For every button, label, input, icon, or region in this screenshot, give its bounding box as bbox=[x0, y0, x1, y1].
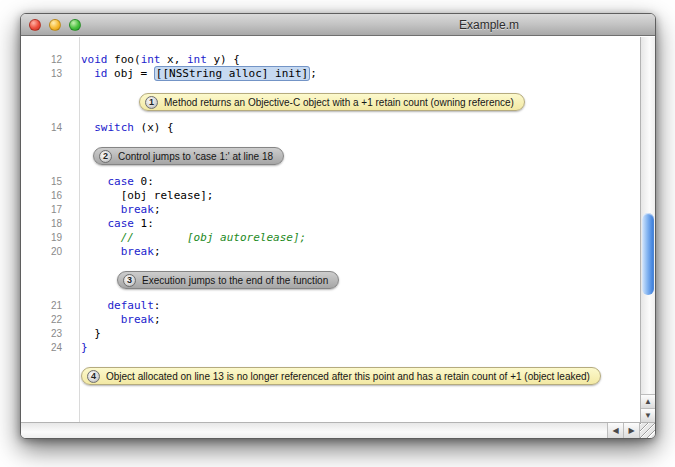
scroll-left-icon: ◀ bbox=[612, 426, 618, 435]
line-number-spacer bbox=[21, 147, 71, 165]
code-token: ; bbox=[154, 203, 161, 216]
line-number[interactable]: 21 bbox=[21, 299, 71, 313]
code-row[interactable]: 16 [obj release]; bbox=[21, 189, 640, 203]
line-number[interactable]: 12 bbox=[21, 53, 71, 67]
line-number[interactable]: 16 bbox=[21, 189, 71, 203]
code-token: break bbox=[121, 203, 154, 216]
resize-grip[interactable] bbox=[639, 423, 655, 438]
code-row[interactable]: 12void foo(int x, int y) { bbox=[21, 53, 640, 67]
line-number[interactable]: 15 bbox=[21, 175, 71, 189]
bubble-text: Method returns an Objective-C object wit… bbox=[164, 97, 514, 108]
code-token: : bbox=[154, 299, 161, 312]
code-token: id bbox=[94, 67, 107, 80]
code-token: case bbox=[108, 175, 135, 188]
code-token: } bbox=[81, 341, 88, 354]
horizontal-scrollbar-track[interactable] bbox=[21, 423, 607, 438]
code-line: // [obj autorelease]; bbox=[71, 231, 306, 245]
minimize-button[interactable] bbox=[49, 19, 61, 31]
vertical-scrollbar: ▲ ▼ bbox=[640, 37, 655, 422]
code-row[interactable]: 20 break; bbox=[21, 245, 640, 259]
bubble-text: Object allocated on line 13 is no longer… bbox=[106, 371, 590, 382]
code-row[interactable]: 24} bbox=[21, 341, 640, 355]
code-token: // [obj autorelease]; bbox=[121, 231, 306, 244]
vertical-scrollbar-track[interactable] bbox=[641, 37, 655, 394]
code-token: break bbox=[121, 245, 154, 258]
code-token: } bbox=[81, 327, 101, 340]
step-badge: 2 bbox=[99, 150, 112, 163]
code-line: void foo(int x, int y) { bbox=[71, 53, 240, 67]
code-token: ; bbox=[154, 313, 161, 326]
line-number[interactable]: 17 bbox=[21, 203, 71, 217]
code-token: x, bbox=[161, 53, 188, 66]
bubble-row: 1Method returns an Objective-C object wi… bbox=[21, 93, 640, 111]
code-editor[interactable]: 12void foo(int x, int y) {13 id obj = [[… bbox=[21, 37, 640, 422]
code-token: ; bbox=[154, 245, 161, 258]
analyzer-bubble[interactable]: 1Method returns an Objective-C object wi… bbox=[139, 93, 525, 111]
code-token: 0: bbox=[134, 175, 154, 188]
bubble-row: 4Object allocated on line 13 is no longe… bbox=[21, 367, 640, 385]
code-row[interactable]: 23 } bbox=[21, 327, 640, 341]
vertical-scrollbar-thumb[interactable] bbox=[642, 213, 654, 295]
bubble-row: 2Control jumps to 'case 1:' at line 18 bbox=[21, 147, 640, 165]
line-number[interactable]: 19 bbox=[21, 231, 71, 245]
code-token: break bbox=[121, 313, 154, 326]
line-number[interactable]: 18 bbox=[21, 217, 71, 231]
analyzer-bubble[interactable]: 4Object allocated on line 13 is no longe… bbox=[81, 367, 601, 385]
code-token: [[NSString alloc] init] bbox=[154, 66, 310, 81]
code-token bbox=[81, 313, 121, 326]
window-controls bbox=[29, 19, 81, 31]
step-badge: 4 bbox=[87, 370, 100, 383]
scroll-left-button[interactable]: ◀ bbox=[607, 423, 623, 438]
scroll-right-icon: ▶ bbox=[628, 426, 634, 435]
code-row[interactable]: 18 case 1: bbox=[21, 217, 640, 231]
code-row[interactable]: 19 // [obj autorelease]; bbox=[21, 231, 640, 245]
line-number-spacer bbox=[21, 367, 71, 385]
code-line: [obj release]; bbox=[71, 189, 213, 203]
code-row[interactable]: 15 case 0: bbox=[21, 175, 640, 189]
code-row[interactable]: 13 id obj = [[NSString alloc] init]; bbox=[21, 67, 640, 81]
line-number-spacer bbox=[21, 93, 71, 111]
code-token bbox=[81, 121, 94, 134]
code-token: switch bbox=[94, 121, 134, 134]
code-row[interactable]: 21 default: bbox=[21, 299, 640, 313]
analyzer-bubble[interactable]: 2Control jumps to 'case 1:' at line 18 bbox=[93, 147, 284, 165]
bubble-text: Execution jumps to the end of the functi… bbox=[142, 275, 328, 286]
window-content: 12void foo(int x, int y) {13 id obj = [[… bbox=[21, 37, 655, 422]
line-number[interactable]: 23 bbox=[21, 327, 71, 341]
code-token: y) { bbox=[207, 53, 240, 66]
code-line: case 1: bbox=[71, 217, 154, 231]
scroll-right-button[interactable]: ▶ bbox=[623, 423, 639, 438]
code-token bbox=[81, 203, 121, 216]
code-line: break; bbox=[71, 313, 161, 327]
code-row[interactable]: 22 break; bbox=[21, 313, 640, 327]
code-token bbox=[81, 175, 108, 188]
code-token: case bbox=[108, 217, 135, 230]
code-line: default: bbox=[71, 299, 160, 313]
zoom-button[interactable] bbox=[69, 19, 81, 31]
editor-rows: 12void foo(int x, int y) {13 id obj = [[… bbox=[21, 53, 640, 385]
close-button[interactable] bbox=[29, 19, 41, 31]
step-badge: 1 bbox=[145, 96, 158, 109]
code-token bbox=[81, 67, 94, 80]
scroll-up-button[interactable]: ▲ bbox=[641, 394, 655, 408]
code-token: ; bbox=[310, 67, 317, 80]
line-number-spacer bbox=[21, 271, 71, 289]
code-line: break; bbox=[71, 203, 161, 217]
analyzer-bubble[interactable]: 3Execution jumps to the end of the funct… bbox=[117, 271, 339, 289]
line-number[interactable]: 14 bbox=[21, 121, 71, 135]
code-token: [obj release]; bbox=[81, 189, 213, 202]
line-number[interactable]: 13 bbox=[21, 67, 71, 81]
code-row[interactable]: 17 break; bbox=[21, 203, 640, 217]
line-number[interactable]: 24 bbox=[21, 341, 71, 355]
line-number[interactable]: 20 bbox=[21, 245, 71, 259]
code-token: obj = bbox=[108, 67, 154, 80]
line-number[interactable]: 22 bbox=[21, 313, 71, 327]
code-line: id obj = [[NSString alloc] init]; bbox=[71, 67, 317, 81]
code-row[interactable]: 14 switch (x) { bbox=[21, 121, 640, 135]
title-bar[interactable]: Example.m bbox=[21, 14, 655, 36]
code-token: void bbox=[81, 53, 108, 66]
scroll-down-icon: ▼ bbox=[644, 411, 652, 420]
scroll-down-button[interactable]: ▼ bbox=[641, 408, 655, 422]
code-line: case 0: bbox=[71, 175, 154, 189]
code-token: (x) { bbox=[134, 121, 174, 134]
